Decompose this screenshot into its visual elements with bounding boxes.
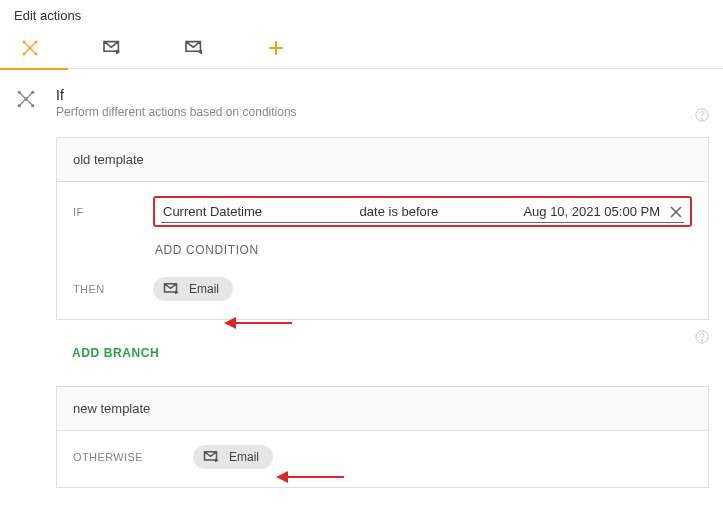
tab-add-action[interactable] [256,27,296,69]
mail-send-icon [203,450,221,464]
condition-row[interactable]: Current Datetime date is before Aug 10, … [153,196,692,227]
plus-icon [269,41,283,55]
page-title: Edit actions [0,0,723,27]
help-icon[interactable] [695,108,709,122]
branch-old-template: old template IF Current Datetime date is… [56,137,709,320]
then-email-chip[interactable]: Email [153,277,233,301]
branch-new-template: new template OTHERWISE Email [56,386,709,488]
add-branch-button[interactable]: ADD BRANCH [56,338,175,368]
condition-field[interactable]: Current Datetime [163,204,360,219]
svg-point-15 [701,340,702,341]
branch-title[interactable]: old template [57,138,708,182]
svg-marker-18 [276,471,288,483]
add-condition-button[interactable]: ADD CONDITION [155,243,692,257]
branch-icon [14,87,38,109]
otherwise-label: OTHERWISE [73,451,193,463]
section-subtitle: Perform different actions based on condi… [56,105,297,119]
branch-title[interactable]: new template [57,387,708,431]
tab-email-in[interactable] [174,27,214,69]
svg-point-13 [701,118,702,119]
annotation-arrow [224,314,294,335]
condition-clear-button[interactable] [670,206,682,218]
action-tabs [0,27,723,69]
section-title: If [56,87,297,103]
tab-email-out[interactable] [92,27,132,69]
tab-if-action[interactable] [10,27,50,69]
otherwise-email-chip[interactable]: Email [193,445,273,469]
mail-out-icon [102,40,122,56]
condition-operator[interactable]: date is before [360,204,524,219]
close-icon [670,206,682,218]
branch-icon [21,39,39,57]
chip-label: Email [189,282,219,296]
section-header: If Perform different actions based on co… [14,87,709,119]
svg-marker-16 [224,317,236,329]
mail-in-icon [184,40,204,56]
condition-value[interactable]: Aug 10, 2021 05:00 PM [523,204,660,219]
svg-rect-6 [269,47,283,49]
if-label: IF [73,206,153,218]
help-icon[interactable] [695,330,709,344]
then-label: THEN [73,283,153,295]
chip-label: Email [229,450,259,464]
annotation-arrow [276,468,346,489]
mail-send-icon [163,282,181,296]
